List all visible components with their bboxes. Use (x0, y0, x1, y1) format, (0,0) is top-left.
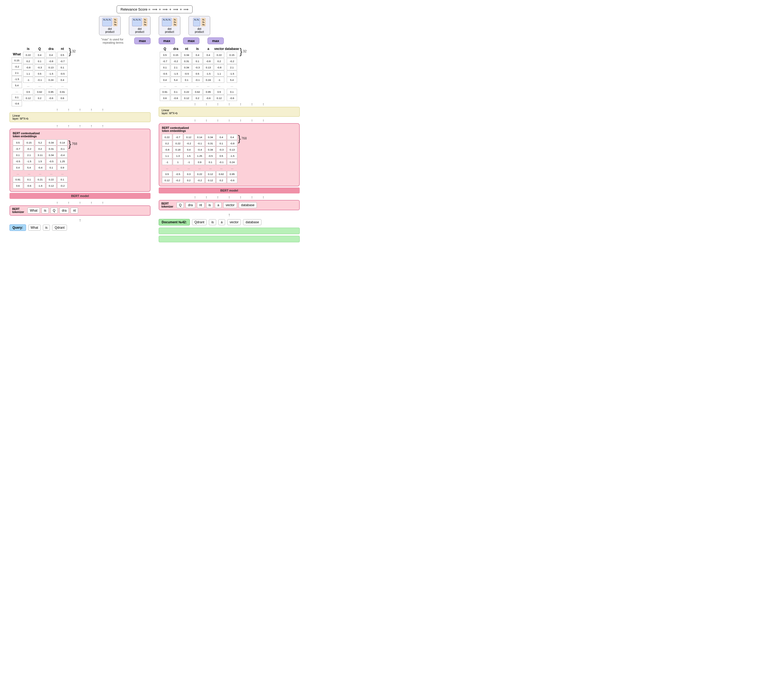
v: -0.1 (194, 140, 205, 146)
v: ... (231, 165, 233, 171)
arr: ↑ (213, 102, 223, 106)
v: ... (27, 83, 29, 89)
dtok-q: Q (176, 202, 184, 208)
v: 0.1 (160, 64, 170, 70)
doc-extra-bar-2 (159, 236, 300, 242)
v: 0.5 (214, 89, 224, 95)
v: 0.2 (35, 146, 45, 152)
v: 0.15 (24, 140, 34, 145)
v: 5.2 (35, 140, 45, 145)
arr: ↑ (98, 107, 108, 112)
doc-out-col-vector: vector 0.22 0.2 -0.8 1.1 -1 ... 0.5 0.12 (214, 47, 224, 101)
v: 0.12 (205, 171, 215, 177)
v: -1.5 (24, 158, 34, 164)
v: 0.1 (181, 77, 192, 83)
v: 0.62 (216, 171, 227, 177)
v: 0.12 (181, 95, 192, 101)
v: 0.4 (46, 52, 56, 58)
query-tokenizer-label: BERTtokenizer (12, 208, 26, 214)
brace-query-bert: } (68, 140, 71, 148)
doc-tokenizer-row: BERTtokenizer Q dra nt is a vector datab… (159, 200, 300, 210)
query-output-vectors: What 0.15 -0.2 2.1 -1.5 5.4 ... 0.1 -0.6… (10, 47, 151, 106)
v: 0.4 (192, 52, 202, 58)
query-out-col-q: Q 0.4 0.1 -0.3 0.5 -0.1 ... 0.62 0.2 (35, 47, 45, 101)
v: 1.1 (162, 153, 172, 159)
v: 0.1 (57, 64, 67, 70)
query-linear-layer: Linear layer: W*X+b (10, 112, 151, 122)
qb-col-dra: 0.34 0.31 0.34 -0.5 0.1 ... 0.22 0.12 (46, 140, 56, 189)
arr: ↑ (224, 118, 234, 123)
v: 0.1 (35, 58, 45, 64)
doc-out-header-q: Q (164, 47, 166, 51)
diagram-container: Relevance Score = ⟹ + ⟹ + ⟹ + ⟹ A₁ A₁ A₁… (0, 0, 309, 248)
arrow-1: ⟹ (152, 7, 157, 12)
v: 0.34 (46, 152, 56, 158)
v: 0.2 (214, 58, 224, 64)
dp-d-cell-1: B₁B₂B₃ (113, 18, 117, 26)
dtok-nt: nt (197, 202, 204, 208)
query-arrows-to-linear: ↑ ↑ ↑ ↑ ↑ (10, 107, 151, 112)
db-col-nt: 0.12 -0.2 0.4 1.5 -1 ... 0.3 0.2 (184, 134, 194, 183)
v: -0.2 (194, 177, 205, 183)
v: ... (174, 83, 177, 89)
v: 2.1 (12, 70, 22, 76)
doc-out-header-database: database (225, 47, 239, 51)
v: 0.2 (162, 140, 172, 146)
v: 0.1 (171, 89, 181, 95)
v: -0.3 (192, 64, 202, 70)
qtok-q: Q (51, 208, 58, 214)
v: 0.5 (192, 71, 202, 76)
v: 0.15 (227, 52, 237, 58)
v: 0.13 (203, 64, 214, 70)
arr: ↑ (235, 195, 246, 199)
v: ... (39, 171, 41, 176)
query-output-headers-col: What 0.15 -0.2 2.1 -1.5 5.4 ... 0.1 -0.6 (12, 47, 22, 106)
arr: ↑ (258, 118, 268, 123)
db-col-q: 0.22 0.2 -0.8 1.1 -1 ... 0.5 0.12 (162, 134, 172, 183)
query-bert-model-bar: BERT model (10, 193, 151, 199)
doc-tok-arrows: ↑ ↑ ↑ ↑ ↑ ↑ ↑ (159, 194, 300, 200)
query-arrows-from-bert: ↑ ↑ ↑ ↑ ↑ (10, 123, 151, 128)
v: -0.6 (24, 183, 34, 189)
v: 1.5 (184, 153, 194, 159)
v: 1.3 (173, 153, 183, 159)
arrow-2: ⟹ (163, 7, 168, 12)
v: 0.18 (173, 147, 183, 153)
v: 0.22 (214, 52, 224, 58)
doc-arrows-from-bert: ↑ ↑ ↑ ↑ ↑ ↑ ↑ (159, 118, 300, 123)
brace-doc-out: } (240, 47, 242, 56)
query-bert-vectors: 0.5 -0.7 0.1 -0.5 0.4 ... 0.91 0.6 0.15 … (13, 140, 147, 189)
query-out-header-dra: dra (49, 47, 54, 51)
doc-token-database: database (243, 219, 261, 225)
v: 0.2 (35, 95, 45, 101)
arr: ↑ (190, 118, 200, 123)
v: ... (198, 165, 201, 171)
v: 0.2 (184, 177, 194, 183)
v: 0.4 (227, 134, 237, 140)
arr: ↑ (75, 201, 85, 205)
v: ... (218, 83, 220, 89)
v: 0.1 (216, 140, 227, 146)
v: 5.4 (24, 165, 34, 170)
arr: ↑ (98, 201, 108, 205)
arr: ↑ (247, 118, 257, 123)
arr: ↑ (98, 124, 108, 128)
v: 1.1 (214, 71, 224, 76)
v: 0.4 (184, 147, 194, 153)
dot-product-row: A₁ A₁ A₁ B₁B₂B₃ dotproduct A₁ A₁ A₁ B₁B₂… (5, 16, 304, 35)
v: -0.5 (46, 158, 56, 164)
v: -0.2 (171, 58, 181, 64)
v: 0.4 (35, 52, 45, 58)
dtok-vector: vector (223, 202, 237, 208)
v: -0.6 (227, 177, 237, 183)
query-out-header-is: is (27, 47, 30, 51)
v: -0.6 (171, 95, 181, 101)
doc-input-row: Document №42: Qdrant is a vector databas… (159, 219, 300, 226)
v: 0.6 (13, 183, 23, 189)
v: -0.2 (227, 58, 237, 64)
db-col-vector: 0.4 0.1 -0.3 0.5 -0.1 ... 0.62 0.2 (216, 134, 227, 183)
dp-matrix-3: A₁ A₁ A₁ B₁B₂B₃ (162, 18, 178, 26)
max-box-1: max (134, 38, 151, 44)
doc-out-header-a: a (207, 47, 209, 51)
v: -0.5 (13, 158, 23, 164)
